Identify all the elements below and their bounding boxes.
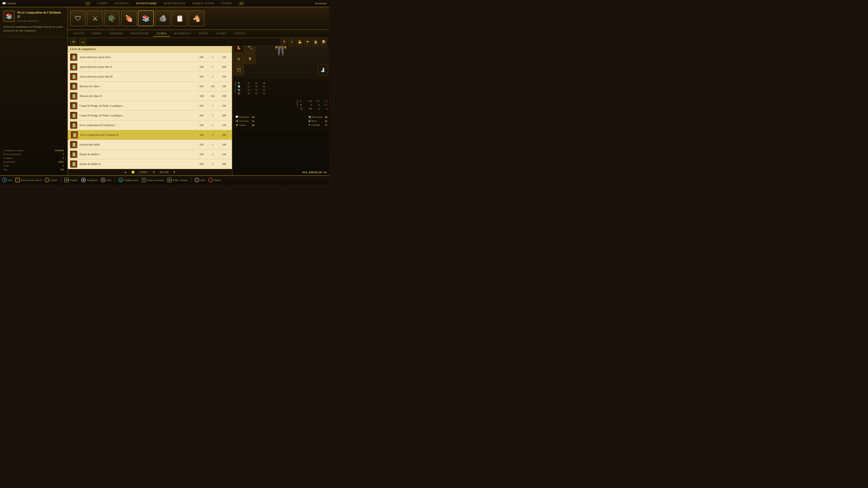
tab-nourriture[interactable]: Nourriture bbox=[127, 31, 152, 37]
prix-label: Prix bbox=[3, 168, 7, 171]
square-btn[interactable]: □ bbox=[16, 178, 20, 182]
list-item[interactable]: 📗Aussi silencieux qu'un chat III1001250 bbox=[68, 72, 232, 82]
tab-armures[interactable]: Armures bbox=[106, 31, 126, 37]
tab-quete[interactable]: Quête bbox=[195, 31, 211, 37]
list-item[interactable]: 📗Coups de Poings, de Pieds, et quelques … bbox=[68, 111, 232, 121]
nav-codex[interactable]: CODEX bbox=[221, 2, 232, 5]
tab-materiaux[interactable]: Matériaux bbox=[171, 31, 194, 37]
tab-autres[interactable]: Autres bbox=[212, 31, 230, 37]
inventory-list[interactable]: Livres de compétences 📗Aussi silencieux … bbox=[68, 46, 232, 175]
list-item[interactable]: 📗Études du Maître II1001200 bbox=[68, 159, 232, 169]
categories-label: Catégories bbox=[87, 179, 97, 182]
nav-carte[interactable]: CARTE bbox=[97, 2, 107, 5]
tab-livres[interactable]: Livres bbox=[153, 31, 170, 37]
item-thumb: 📗 bbox=[70, 141, 77, 148]
item-val1: 100 bbox=[196, 65, 207, 69]
list-item[interactable]: 📗De la Composition de l'Alchimie II10012… bbox=[68, 130, 232, 140]
cat-quest[interactable]: 📋 bbox=[172, 10, 188, 26]
list-item[interactable]: 📗Coups de Poings, de Pieds, et quelques … bbox=[68, 101, 232, 111]
list-item[interactable]: 📗Briseurs de crânes II1000.8200 bbox=[68, 91, 232, 101]
tab-toutes[interactable]: Toutes bbox=[70, 31, 88, 37]
cat-shield[interactable]: 🛡 bbox=[70, 10, 86, 26]
cat-material[interactable]: 🪨 bbox=[155, 10, 170, 26]
item-thumb: 📗 bbox=[70, 73, 77, 80]
stat-section: Compétence requise Alchimie Niveau minim… bbox=[3, 149, 64, 172]
action-quitter[interactable]: ○ Quitter bbox=[209, 178, 221, 182]
sort-strength[interactable]: 💪 bbox=[296, 39, 303, 45]
l2-btn[interactable]: L2 bbox=[85, 2, 90, 5]
circle-btn[interactable]: ○ bbox=[209, 178, 213, 182]
item-header: 📚 De la Composition de l'Alchimie II Liv… bbox=[3, 11, 64, 22]
item-val3: 200 bbox=[218, 114, 230, 117]
action-lacher[interactable]: □ Lâcher bbox=[45, 178, 57, 182]
nav-personnage[interactable]: PERSONNAGE bbox=[164, 2, 185, 5]
item-thumb: 📗 bbox=[70, 122, 77, 129]
item-name: Aussi silencieux qu'un chat III bbox=[80, 75, 196, 78]
aide-btn[interactable]: ? bbox=[195, 178, 199, 182]
item-val1: 100 bbox=[196, 133, 207, 137]
weapon-row-1: ⚔15517730 bbox=[300, 99, 327, 103]
action-escarcelle[interactable]: R Empl. escarcelle bbox=[142, 178, 164, 182]
sort-heart[interactable]: ❤ bbox=[304, 39, 311, 45]
slot-dagger[interactable]: 🗡 bbox=[245, 54, 255, 64]
list-item[interactable]: 📗De la composition de l'alchimie I100115… bbox=[68, 121, 232, 130]
sort-number[interactable]: # bbox=[288, 39, 295, 45]
nav-fabrication[interactable]: FABRICATION bbox=[192, 2, 214, 5]
item-name: De la Composition de l'Alchimie II bbox=[80, 133, 196, 137]
lacher-btn[interactable]: □ bbox=[45, 178, 49, 182]
aide-label: Aide bbox=[200, 179, 205, 182]
item-name: Extraits dela Bible bbox=[80, 143, 196, 147]
action-lire[interactable]: ✕ Lire bbox=[2, 178, 12, 182]
currency-bar: ▲ 🪙 22280.3 ⚖ 303/340 ▼ bbox=[68, 169, 232, 175]
nav-inventaire[interactable]: INVENTAIRE bbox=[136, 2, 157, 5]
cat-btn[interactable]: ⊕ bbox=[81, 178, 86, 182]
escarcelle-label: Empl. escarcelle bbox=[147, 179, 164, 182]
item-val2: 1 bbox=[207, 133, 218, 137]
sort-az[interactable]: Az bbox=[79, 39, 87, 45]
action-ceinture[interactable]: R2 Empl. ceinture bbox=[167, 178, 188, 182]
action-envoyer[interactable]: □ Envoyer vers cheval bbox=[16, 178, 41, 182]
list-item[interactable]: 📗Briseurs de crâne I1000.8150 bbox=[68, 82, 232, 91]
lr-btn[interactable]: L1R1 bbox=[64, 178, 69, 182]
trier-label: Trier bbox=[106, 179, 112, 182]
arrow-up[interactable]: ▲ bbox=[124, 170, 127, 174]
cat-helmet[interactable]: 🪖 bbox=[104, 10, 120, 26]
onglets-label: Onglets bbox=[70, 179, 78, 182]
list-item[interactable]: 📗Études du Maître I1001150 bbox=[68, 150, 232, 159]
trier-btn[interactable]: ✦ bbox=[101, 178, 105, 182]
item-name: De la composition de l'alchimie I bbox=[80, 124, 196, 127]
r2-btn[interactable]: R2 bbox=[239, 2, 244, 5]
filter-icon[interactable]: ⚙ bbox=[70, 39, 77, 45]
tab-cheval[interactable]: Cheval bbox=[231, 31, 249, 37]
list-item[interactable]: 📗Extraits dela Bible1001100 bbox=[68, 140, 232, 150]
slot-sword[interactable]: ⚔ bbox=[234, 54, 244, 64]
action-onglets[interactable]: L1R1 Onglets bbox=[64, 178, 78, 182]
action-trier[interactable]: ✦ Trier bbox=[101, 178, 112, 182]
journal-icon: 📖 bbox=[2, 2, 6, 5]
cat-food[interactable]: 🍖 bbox=[121, 10, 137, 26]
sort-lock[interactable]: 🔒 bbox=[312, 39, 319, 45]
list-item[interactable]: 📗Aussi silencieux qu'un chat II1001200 bbox=[68, 62, 232, 72]
cat-sword[interactable]: ⚔ bbox=[87, 10, 103, 26]
item-val2: 0.8 bbox=[207, 94, 218, 98]
sort-box[interactable]: 📦 bbox=[320, 39, 327, 45]
cross-btn[interactable]: ✕ bbox=[2, 178, 7, 182]
action-tenue[interactable]: △ Changer tenue bbox=[119, 178, 138, 182]
arrow-down[interactable]: ▼ bbox=[173, 170, 176, 174]
slot-pouch[interactable]: 🍶 bbox=[318, 65, 328, 75]
triangle-btn[interactable]: △ bbox=[119, 178, 123, 182]
item-val1: 100 bbox=[196, 143, 207, 147]
cat-book[interactable]: 📚 bbox=[138, 10, 154, 26]
action-categories[interactable]: ⊕ Catégories bbox=[81, 178, 97, 182]
bruit-name: 🔊 Bruit bbox=[308, 120, 317, 123]
sort-person[interactable]: 🏃 bbox=[281, 39, 287, 45]
weapon-row-4: ---- bbox=[300, 111, 327, 114]
nav-journal[interactable]: JOURNAL bbox=[114, 2, 129, 5]
r2-btn-b[interactable]: R2 bbox=[167, 178, 172, 182]
slot-misc[interactable]: 🏹 bbox=[234, 65, 244, 75]
tab-armes[interactable]: Armes bbox=[89, 31, 105, 37]
r-btn[interactable]: R bbox=[142, 178, 146, 182]
action-aide[interactable]: ? Aide bbox=[195, 178, 205, 182]
list-item[interactable]: 📗Aussi silencieux qu'un chat I1001150 bbox=[68, 53, 232, 62]
cat-horse[interactable]: 🐴 bbox=[189, 10, 205, 26]
